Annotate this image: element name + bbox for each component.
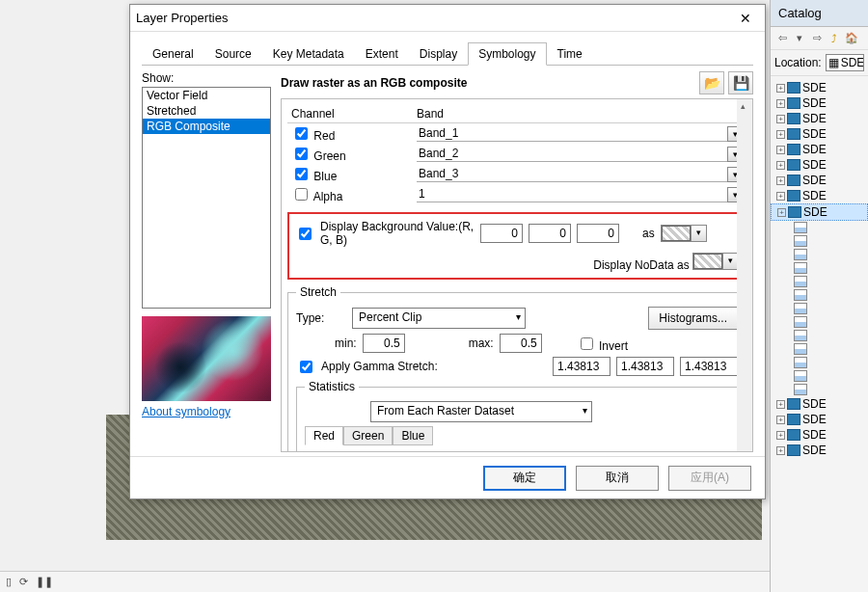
refresh-icon[interactable]: ⟳ [19, 576, 28, 588]
tree-item[interactable]: + SDE [771, 126, 868, 142]
stats-tab-blue[interactable]: Blue [393, 426, 433, 445]
cancel-button[interactable]: 取消 [576, 466, 659, 491]
stretch-type-combo[interactable]: Percent Clip [352, 308, 526, 329]
tree-item[interactable] [771, 356, 868, 369]
expand-icon[interactable]: + [776, 84, 785, 93]
expand-icon[interactable]: + [776, 161, 785, 170]
statistics-combo[interactable]: From Each Raster Dataset [370, 401, 592, 422]
gamma-b-input[interactable] [680, 357, 738, 376]
show-item-vector-field[interactable]: Vector Field [143, 88, 270, 103]
tree-item[interactable] [771, 369, 868, 383]
gamma-g-input[interactable] [616, 357, 674, 376]
expand-icon[interactable]: + [776, 130, 785, 139]
tree-item[interactable]: + SDE [771, 188, 868, 203]
tree-item[interactable]: + SDE [771, 412, 868, 427]
stats-tab-green[interactable]: Green [343, 426, 393, 445]
chevron-down-icon[interactable]: ▾ [792, 31, 807, 46]
band-green-value[interactable]: Band_2 [417, 146, 727, 162]
nodata-color-picker[interactable]: ▾ [692, 253, 739, 270]
expand-icon[interactable]: + [776, 146, 785, 154]
tree-item[interactable]: + SDE [771, 111, 868, 126]
tree-item[interactable]: + SDE [771, 80, 868, 95]
expand-icon[interactable]: + [776, 115, 785, 123]
up-folder-icon[interactable]: ⤴ [827, 31, 842, 46]
tree-item[interactable] [771, 329, 868, 342]
home-icon[interactable]: 🏠 [844, 31, 859, 46]
tree-item[interactable]: + SDE [771, 203, 868, 221]
tree-item[interactable]: + SDE [771, 427, 868, 443]
channel-red[interactable]: Red [291, 129, 335, 143]
show-item-stretched[interactable]: Stretched [143, 103, 270, 119]
tab-symbology[interactable]: Symbology [468, 42, 546, 66]
checkbox-background-value[interactable] [299, 228, 312, 240]
gamma-r-input[interactable] [553, 357, 610, 376]
tree-item[interactable] [771, 302, 868, 315]
tree-item[interactable] [771, 234, 868, 248]
tree-item[interactable]: + SDE [771, 173, 868, 188]
expand-icon[interactable]: + [776, 416, 785, 424]
histograms-button[interactable]: Histograms... [648, 307, 738, 330]
checkbox-invert[interactable] [581, 337, 593, 350]
tree-item[interactable]: + SDE [771, 396, 868, 412]
expand-icon[interactable]: + [776, 446, 785, 455]
expand-icon[interactable]: + [776, 99, 785, 108]
tree-item[interactable]: + SDE [771, 157, 868, 173]
expand-icon[interactable]: + [776, 192, 785, 201]
about-symbology-link[interactable]: About symbology [142, 405, 271, 418]
tab-key-metadata[interactable]: Key Metadata [262, 42, 355, 66]
bg-color-picker[interactable]: ▾ [661, 225, 707, 242]
tree-item[interactable]: + SDE [771, 443, 868, 458]
expand-icon[interactable]: + [777, 208, 786, 217]
tree-item[interactable] [771, 383, 868, 396]
tool-icon-1[interactable]: ▯ [6, 576, 12, 588]
bg-b-input[interactable] [577, 224, 619, 243]
checkbox-red[interactable] [295, 127, 308, 140]
checkbox-green[interactable] [295, 148, 308, 160]
band-alpha-value[interactable]: 1 [417, 186, 727, 202]
tree-item[interactable] [771, 261, 868, 275]
tree-item[interactable] [771, 288, 868, 302]
expand-icon[interactable]: + [776, 431, 785, 440]
channel-alpha[interactable]: Alpha [291, 190, 342, 203]
tree-item[interactable] [771, 221, 868, 234]
chevron-down-icon[interactable]: ▾ [691, 226, 706, 241]
show-item-rgb-composite[interactable]: RGB Composite [143, 119, 270, 134]
checkbox-gamma[interactable] [300, 361, 312, 373]
tree-item[interactable] [771, 248, 868, 261]
dialog-titlebar[interactable]: Layer Properties ✕ [130, 5, 765, 32]
expand-icon[interactable]: + [776, 176, 785, 185]
min-input[interactable] [363, 334, 405, 353]
forward-icon[interactable]: ⇨ [809, 31, 825, 46]
tree-item[interactable] [771, 315, 868, 329]
tree-item[interactable]: + SDE [771, 142, 868, 157]
tab-extent[interactable]: Extent [355, 42, 409, 66]
location-input[interactable]: ▦ SDE. [826, 54, 864, 71]
tree-item[interactable] [771, 342, 868, 356]
tab-source[interactable]: Source [204, 42, 262, 66]
save-icon[interactable]: 💾 [728, 71, 753, 94]
bg-g-input[interactable] [529, 224, 571, 243]
checkbox-alpha[interactable] [295, 188, 308, 201]
scrollbar[interactable] [737, 99, 752, 451]
apply-button[interactable]: 应用(A) [668, 466, 751, 491]
invert-checkbox-label[interactable]: Invert [577, 335, 628, 353]
tab-time[interactable]: Time [547, 42, 593, 66]
open-icon[interactable]: 📂 [699, 71, 724, 94]
channel-green[interactable]: Green [291, 149, 346, 163]
catalog-tree[interactable]: + SDE+ SDE+ SDE+ SDE+ SDE+ SDE+ SDE+ SDE… [771, 76, 868, 462]
bg-r-input[interactable] [480, 224, 523, 243]
tree-item[interactable] [771, 275, 868, 288]
back-icon[interactable]: ⇦ [774, 31, 790, 46]
tab-display[interactable]: Display [409, 42, 468, 66]
tab-general[interactable]: General [142, 42, 204, 66]
band-red-value[interactable]: Band_1 [417, 125, 727, 142]
channel-blue[interactable]: Blue [291, 170, 337, 183]
ok-button[interactable]: 确定 [483, 466, 566, 491]
show-list[interactable]: Vector Field Stretched RGB Composite [142, 87, 271, 309]
band-blue-value[interactable]: Band_3 [417, 166, 727, 182]
chevron-down-icon[interactable]: ▾ [722, 254, 738, 269]
symbology-settings-area[interactable]: Channel Band Red Band_1▾ Green Band_2▾ [281, 98, 753, 452]
max-input[interactable] [500, 334, 542, 353]
checkbox-blue[interactable] [295, 168, 308, 180]
pause-icon[interactable]: ❚❚ [36, 576, 53, 588]
